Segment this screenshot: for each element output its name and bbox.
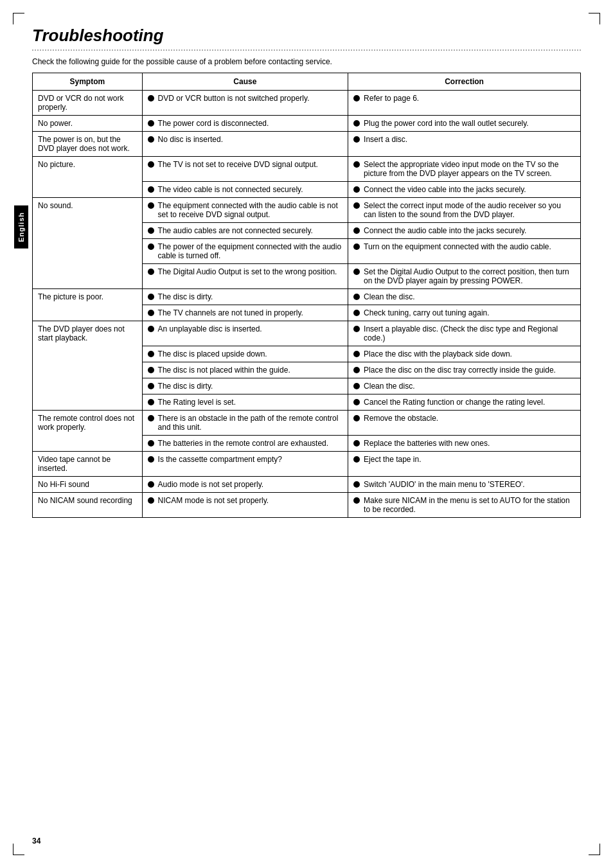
- cause-cell: The disc is dirty.: [142, 289, 348, 305]
- correction-text: Connect the video cable into the jacks s…: [364, 185, 526, 194]
- table-row: Video tape cannot be inserted.Is the cas…: [33, 452, 581, 477]
- cause-cell: No disc is inserted.: [142, 132, 348, 157]
- bullet-item: Eject the tape in.: [353, 455, 575, 464]
- bullet-icon: [148, 326, 154, 332]
- correction-text: Clean the disc.: [364, 292, 414, 301]
- bullet-icon: [353, 415, 360, 421]
- header-symptom: Symptom: [33, 73, 143, 91]
- bullet-item: Turn on the equipment connected with the…: [353, 242, 575, 251]
- cause-text: The disc is dirty.: [158, 382, 213, 391]
- bullet-icon: [148, 136, 154, 143]
- bullet-icon: [148, 497, 154, 504]
- cause-cell: The power cord is disconnected.: [142, 116, 348, 132]
- bullet-item: Set the Digital Audio Output to the corr…: [353, 267, 575, 285]
- cause-text: The video cable is not connected securel…: [158, 185, 303, 194]
- table-row: DVD or VCR do not work properly.DVD or V…: [33, 91, 581, 116]
- bullet-icon: [353, 326, 360, 332]
- cause-cell: The disc is dirty.: [142, 378, 348, 394]
- symptom-cell: No sound.: [33, 198, 143, 289]
- cause-text: The Rating level is set.: [158, 398, 236, 407]
- cause-cell: There is an obstacle in the path of the …: [142, 411, 348, 436]
- cause-text: DVD or VCR button is not switched proper…: [158, 94, 310, 103]
- corner-tl: [13, 13, 24, 24]
- correction-cell: Cancel the Rating function or change the…: [348, 394, 581, 411]
- cause-text: The batteries in the remote control are …: [158, 439, 328, 448]
- bullet-icon: [148, 120, 154, 127]
- bullet-icon: [353, 440, 360, 447]
- bullet-item: Cancel the Rating function or change the…: [353, 398, 575, 407]
- bullet-item: No disc is inserted.: [148, 135, 343, 144]
- correction-text: Switch 'AUDIO' in the main menu to 'STER…: [364, 480, 525, 489]
- bullet-icon: [353, 227, 360, 234]
- cause-cell: The power of the equipment connected wit…: [142, 239, 348, 264]
- table-row: The remote control does not work properl…: [33, 411, 581, 436]
- correction-cell: Connect the audio cable into the jacks s…: [348, 223, 581, 239]
- table-row: No picture.The TV is not set to receive …: [33, 157, 581, 182]
- correction-cell: Set the Digital Audio Output to the corr…: [348, 264, 581, 289]
- table-row: The picture is poor.The disc is dirty.Cl…: [33, 289, 581, 305]
- cause-cell: The TV channels are not tuned in properl…: [142, 305, 348, 321]
- symptom-cell: DVD or VCR do not work properly.: [33, 91, 143, 116]
- cause-text: The disc is dirty.: [158, 292, 213, 301]
- bullet-item: The power cord is disconnected.: [148, 119, 343, 128]
- bullet-icon: [148, 310, 154, 316]
- bullet-item: Check tuning, carry out tuning again.: [353, 308, 575, 317]
- bullet-item: Insert a disc.: [353, 135, 575, 144]
- symptom-cell: No Hi-Fi sound: [33, 477, 143, 493]
- bullet-item: Connect the audio cable into the jacks s…: [353, 226, 575, 235]
- cause-cell: The equipment connected with the audio c…: [142, 198, 348, 223]
- bullet-item: The TV channels are not tuned in properl…: [148, 308, 343, 317]
- bullet-item: The disc is dirty.: [148, 382, 343, 391]
- table-row: No sound.The equipment connected with th…: [33, 198, 581, 223]
- bullet-icon: [353, 367, 360, 373]
- cause-text: NICAM mode is not set properly.: [158, 496, 269, 505]
- bullet-icon: [148, 456, 154, 463]
- table-header-row: Symptom Cause Correction: [33, 73, 581, 91]
- bullet-icon: [353, 202, 360, 209]
- symptom-cell: The remote control does not work properl…: [33, 411, 143, 452]
- troubleshooting-table: Symptom Cause Correction DVD or VCR do n…: [32, 73, 581, 518]
- bullet-icon: [148, 294, 154, 300]
- table-row: The power is on, but the DVD player does…: [33, 132, 581, 157]
- correction-text: Make sure NICAM in the menu is set to AU…: [364, 496, 575, 514]
- corner-br: [589, 844, 600, 855]
- bullet-item: Insert a playable disc. (Check the disc …: [353, 324, 575, 342]
- correction-text: Insert a disc.: [364, 135, 407, 144]
- bullet-item: Make sure NICAM in the menu is set to AU…: [353, 496, 575, 514]
- symptom-cell: No picture.: [33, 157, 143, 198]
- correction-text: Set the Digital Audio Output to the corr…: [364, 267, 575, 285]
- correction-text: Connect the audio cable into the jacks s…: [364, 226, 526, 235]
- correction-cell: Clean the disc.: [348, 378, 581, 394]
- bullet-item: The power of the equipment connected wit…: [148, 242, 343, 260]
- bullet-icon: [148, 383, 154, 389]
- symptom-cell: The DVD player does not start playback.: [33, 321, 143, 411]
- bullet-item: Clean the disc.: [353, 292, 575, 301]
- correction-cell: Place the disc with the playback side do…: [348, 346, 581, 362]
- page-number: 34: [32, 837, 40, 846]
- cause-cell: The Rating level is set.: [142, 394, 348, 411]
- bullet-icon: [353, 399, 360, 405]
- correction-text: Insert a playable disc. (Check the disc …: [364, 324, 575, 342]
- bullet-item: The Digital Audio Output is set to the w…: [148, 267, 343, 276]
- correction-cell: Replace the batteries with new ones.: [348, 436, 581, 452]
- bullet-icon: [148, 227, 154, 234]
- bullet-icon: [353, 294, 360, 300]
- bullet-item: The equipment connected with the audio c…: [148, 201, 343, 219]
- cause-text: No disc is inserted.: [158, 135, 223, 144]
- correction-cell: Make sure NICAM in the menu is set to AU…: [348, 493, 581, 518]
- bullet-icon: [148, 202, 154, 209]
- cause-text: The power of the equipment connected wit…: [158, 242, 343, 260]
- cause-cell: An unplayable disc is inserted.: [142, 321, 348, 346]
- cause-text: The audio cables are not connected secur…: [158, 226, 313, 235]
- correction-text: Refer to page 6.: [364, 94, 419, 103]
- cause-cell: Audio mode is not set properly.: [142, 477, 348, 493]
- correction-cell: Switch 'AUDIO' in the main menu to 'STER…: [348, 477, 581, 493]
- cause-text: There is an obstacle in the path of the …: [158, 414, 343, 432]
- bullet-icon: [353, 383, 360, 389]
- cause-cell: Is the cassette compartment empty?: [142, 452, 348, 477]
- correction-text: Cancel the Rating function or change the…: [364, 398, 545, 407]
- correction-cell: Clean the disc.: [348, 289, 581, 305]
- bullet-icon: [353, 136, 360, 143]
- correction-text: Clean the disc.: [364, 382, 414, 391]
- table-row: No Hi-Fi soundAudio mode is not set prop…: [33, 477, 581, 493]
